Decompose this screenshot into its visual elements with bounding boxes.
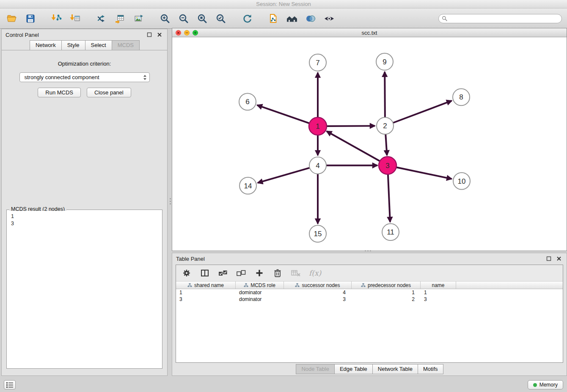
graph-node-1[interactable]: 1 (309, 117, 327, 135)
table-cell[interactable]: 3 (421, 296, 456, 303)
float-table-panel-button[interactable] (545, 255, 553, 262)
close-table-panel-button[interactable] (555, 255, 563, 262)
graph-node-15[interactable]: 15 (309, 225, 326, 242)
graph-node-9[interactable]: 9 (376, 53, 393, 70)
column-header-predecessor-nodes[interactable]: predecessor nodes (352, 282, 421, 289)
graph-edge-3-11[interactable] (388, 174, 390, 222)
table-cell[interactable]: 1 (176, 289, 236, 296)
graph-node-6[interactable]: 6 (239, 93, 256, 110)
graph-edge-3-10[interactable] (396, 167, 452, 179)
file-group (5, 11, 37, 26)
graph-edge-3-1[interactable] (327, 131, 381, 162)
import-network-button[interactable] (50, 11, 63, 26)
close-control-panel-button[interactable] (156, 31, 163, 39)
column-header-name[interactable]: name (421, 282, 456, 289)
unselect-all-columns-button[interactable] (236, 268, 246, 278)
zoom-fit-button[interactable] (195, 11, 209, 26)
gear-icon (182, 268, 191, 278)
columns-icon (200, 268, 209, 278)
table-cell[interactable]: dominator (236, 289, 284, 296)
table-row[interactable]: 3 dominator 3 2 3 (176, 296, 563, 303)
graph-node-label: 10 (458, 177, 466, 185)
first-neighbors-button[interactable] (285, 11, 299, 26)
network-canvas[interactable]: 7968124314101511 (172, 37, 567, 251)
tab-network-table[interactable]: Network Table (372, 364, 418, 374)
unchecked-boxes-icon (236, 268, 246, 278)
graph-node-7[interactable]: 7 (309, 54, 326, 71)
graph-edge-2-8[interactable] (393, 101, 452, 123)
mcds-result-list[interactable]: 1 3 (8, 211, 161, 367)
graph-edge-4-14[interactable] (258, 168, 310, 183)
zoom-window-button[interactable] (193, 30, 198, 36)
export-table-button[interactable] (113, 11, 127, 26)
delete-columns-button[interactable] (272, 268, 283, 278)
zoom-in-button[interactable] (158, 11, 172, 26)
table-cell[interactable]: 3 (176, 296, 236, 303)
minimize-window-button[interactable] (184, 30, 190, 36)
delete-table-button[interactable] (291, 268, 301, 278)
tab-edge-table[interactable]: Edge Table (334, 364, 373, 374)
search-input[interactable] (438, 14, 562, 23)
memory-button[interactable]: Memory (528, 380, 563, 389)
function-builder-button[interactable]: f(x) (309, 268, 321, 278)
graph-edge-1-2[interactable] (326, 126, 375, 126)
graph-node-4[interactable]: 4 (309, 157, 326, 174)
close-window-button[interactable] (176, 30, 181, 36)
graph-node-3[interactable]: 3 (379, 157, 396, 174)
graph-node-14[interactable]: 14 (239, 177, 256, 194)
graph-edge-1-6[interactable] (257, 105, 310, 124)
vertical-splitter-handle[interactable] (169, 196, 171, 207)
window-titlebar[interactable]: Session: New Session (0, 0, 567, 8)
show-columns-button[interactable] (200, 268, 210, 278)
task-history-button[interactable] (4, 380, 16, 389)
refresh-view-button[interactable] (240, 11, 254, 26)
table-cell[interactable]: 4 (284, 289, 352, 296)
tab-motifs[interactable]: Motifs (418, 364, 443, 374)
close-mcds-panel-button[interactable]: Close panel (87, 88, 131, 97)
horizontal-splitter-handle[interactable] (362, 249, 373, 252)
graph-node-8[interactable]: 8 (453, 89, 470, 106)
column-header-successor-nodes[interactable]: successor nodes (284, 282, 352, 289)
view-group (267, 11, 336, 26)
duplicate-network-button[interactable] (267, 11, 280, 26)
add-column-button[interactable] (254, 268, 264, 278)
table-cell[interactable]: 2 (352, 296, 421, 303)
table-cell[interactable]: 1 (421, 289, 456, 296)
window-title: Session: New Session (256, 1, 311, 7)
show-hide-button[interactable] (322, 11, 336, 26)
zoom-selected-button[interactable] (214, 11, 228, 26)
export-image-button[interactable] (132, 11, 146, 26)
graph-canvas[interactable]: 7968124314101511 (172, 37, 567, 251)
save-session-button[interactable] (24, 11, 37, 26)
graph-edge-2-3[interactable] (385, 134, 387, 155)
import-table-button[interactable] (69, 11, 82, 26)
zoom-out-button[interactable] (177, 11, 190, 26)
float-control-panel-button[interactable] (146, 31, 153, 39)
select-all-columns-button[interactable] (218, 268, 228, 278)
graph-edge-2-9[interactable] (385, 72, 385, 118)
column-header-shared-name[interactable]: shared name (176, 282, 236, 289)
table-settings-button[interactable] (182, 268, 192, 278)
table-cell[interactable]: 3 (284, 296, 352, 303)
run-mcds-button[interactable]: Run MCDS (38, 88, 81, 97)
style-overlay-button[interactable] (304, 11, 317, 26)
table-row[interactable]: 1 dominator 4 1 1 (176, 289, 563, 296)
table-cell[interactable]: dominator (236, 296, 284, 303)
graph-node-10[interactable]: 10 (453, 173, 470, 190)
network-window-titlebar[interactable]: scc.txt (172, 28, 567, 37)
tab-network[interactable]: Network (30, 40, 62, 50)
optimization-criterion-select[interactable]: strongly connected component (19, 72, 150, 82)
open-session-button[interactable] (5, 11, 19, 26)
table-cell[interactable]: 1 (352, 289, 421, 296)
tab-mcds[interactable]: MCDS (112, 40, 140, 50)
import-group (50, 11, 82, 26)
network-arrows-button[interactable] (95, 11, 108, 26)
graph-node-11[interactable]: 11 (382, 224, 399, 240)
column-header-mcds-role[interactable]: MCDS role (236, 282, 284, 289)
graph-node-2[interactable]: 2 (377, 117, 394, 134)
search-icon (442, 16, 448, 22)
status-bar: Memory (0, 378, 567, 392)
tab-select[interactable]: Select (85, 40, 112, 50)
tab-node-table[interactable]: Node Table (296, 364, 335, 374)
tab-style[interactable]: Style (61, 40, 85, 50)
